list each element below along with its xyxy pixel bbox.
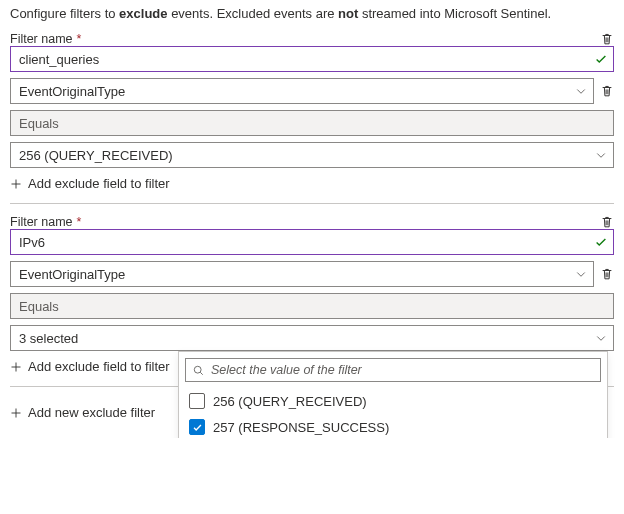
chevron-down-icon	[575, 268, 587, 280]
search-icon	[192, 364, 205, 377]
chevron-down-icon	[575, 85, 587, 97]
filter-name-label: Filter name*	[10, 215, 81, 229]
dropdown-search-input[interactable]: Select the value of the filter	[185, 358, 601, 382]
intro-text: Configure filters to exclude events. Exc…	[10, 6, 614, 21]
add-exclude-field-button[interactable]: Add exclude field to filter	[10, 168, 170, 199]
value-dropdown[interactable]: Select the value of the filter 256 (QUER…	[178, 351, 608, 438]
dropdown-option-label: 257 (RESPONSE_SUCCESS)	[213, 420, 389, 435]
value-select[interactable]: 256 (QUERY_RECEIVED)	[10, 142, 614, 168]
trash-icon[interactable]	[600, 84, 614, 98]
checkbox[interactable]	[189, 419, 205, 435]
checkbox[interactable]	[189, 393, 205, 409]
filter-name-input[interactable]	[10, 229, 614, 255]
plus-icon	[10, 361, 22, 373]
checkmark-icon	[594, 235, 608, 249]
plus-icon	[10, 178, 22, 190]
filter-name-input[interactable]	[10, 46, 614, 72]
chevron-down-icon	[595, 149, 607, 161]
plus-icon	[10, 407, 22, 419]
chevron-down-icon	[595, 332, 607, 344]
filter-name-label: Filter name*	[10, 32, 81, 46]
svg-point-0	[194, 366, 201, 373]
trash-icon[interactable]	[600, 215, 614, 229]
add-new-exclude-filter-button[interactable]: Add new exclude filter	[10, 397, 155, 428]
trash-icon[interactable]	[600, 267, 614, 281]
field-select[interactable]: EventOriginalType	[10, 261, 594, 287]
field-select[interactable]: EventOriginalType	[10, 78, 594, 104]
operator-readonly: Equals	[10, 110, 614, 136]
value-select[interactable]: 3 selected	[10, 325, 614, 351]
divider	[10, 203, 614, 204]
trash-icon[interactable]	[600, 32, 614, 46]
dropdown-option-label: 256 (QUERY_RECEIVED)	[213, 394, 367, 409]
dropdown-option[interactable]: 257 (RESPONSE_SUCCESS)	[189, 416, 597, 438]
dropdown-option[interactable]: 256 (QUERY_RECEIVED)	[189, 390, 597, 412]
add-exclude-field-button[interactable]: Add exclude field to filter	[10, 351, 170, 382]
checkmark-icon	[594, 52, 608, 66]
operator-readonly: Equals	[10, 293, 614, 319]
